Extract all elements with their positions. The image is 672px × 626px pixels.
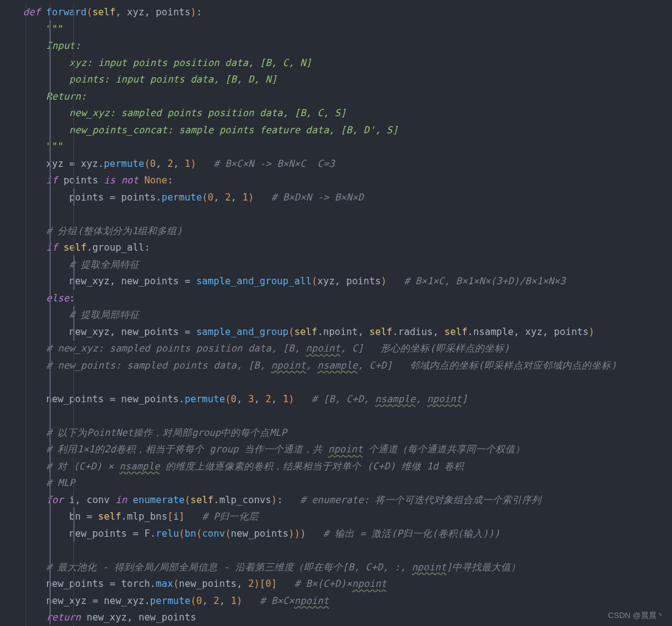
code-editor[interactable]: def forward(self, xyz, points): """ Inpu… xyxy=(0,0,672,626)
watermark: CSDN @晨晨丶 xyxy=(608,610,665,621)
code-block: def forward(self, xyz, points): """ Inpu… xyxy=(0,0,672,626)
